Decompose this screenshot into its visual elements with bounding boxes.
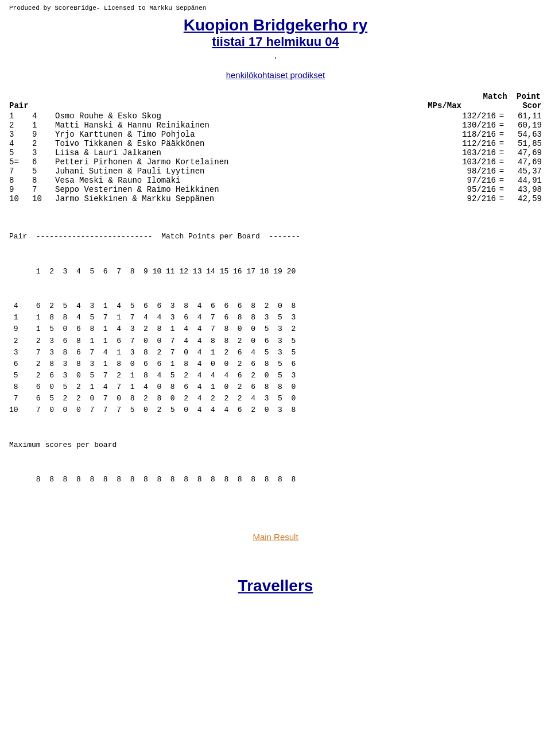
sub-title: tiistai 17 helmikuu 04 <box>9 34 542 49</box>
mps-cell: 97/216 <box>444 176 496 185</box>
pair-col-header: Pair <box>9 101 55 110</box>
produced-by-text: Produced by ScoreBridge- Licensed to Mar… <box>9 5 542 11</box>
eq-cell: = <box>496 185 507 194</box>
rank-cell: 5 <box>9 148 32 157</box>
main-result-link-container: Main Result <box>9 532 542 542</box>
board-row: 6 2 8 3 8 3 1 8 0 6 6 1 8 4 0 0 2 6 8 5 … <box>9 358 542 370</box>
result-row: 5=6Petteri Pirhonen & Jarmo Kortelainen1… <box>9 157 542 167</box>
eq-cell: = <box>496 139 507 148</box>
eq-cell: = <box>496 130 507 139</box>
mps-cell: 130/216 <box>444 121 496 130</box>
mps-cell: 95/216 <box>444 185 496 194</box>
eq-cell: = <box>496 121 507 130</box>
eq-cell: = <box>496 148 507 157</box>
score-cell: 54,63 <box>507 130 542 139</box>
rank-cell: 1 <box>9 111 32 121</box>
board-row: 3 7 3 8 6 7 4 1 3 8 2 7 0 4 1 2 6 4 5 3 … <box>9 347 542 358</box>
score-cell: 43,98 <box>507 185 542 194</box>
result-row: 21Matti Hanski & Hannu Reinikainen130/21… <box>9 121 542 130</box>
names-cell: Osmo Rouhe & Esko Skog <box>55 111 444 121</box>
result-row: 1010Jarmo Siekkinen & Markku Seppänen92/… <box>9 194 542 203</box>
result-row: 88Vesa Meski & Rauno Ilomäki97/216=44,91 <box>9 176 542 185</box>
pair-cell: 4 <box>32 111 55 121</box>
eq-cell: = <box>496 111 507 121</box>
pair-cell: 10 <box>32 194 55 203</box>
max-scores-row: 8 8 8 8 8 8 8 8 8 8 8 8 8 8 8 8 8 8 8 8 <box>9 474 542 485</box>
rank-cell: 9 <box>9 185 32 194</box>
score-cell: 42,59 <box>507 194 542 203</box>
result-row: 39Yrjo Karttunen & Timo Pohjola118/216=5… <box>9 130 542 139</box>
mps-cell: 132/216 <box>444 111 496 121</box>
eq-cell: = <box>496 157 507 167</box>
board-row: 8 6 0 5 2 1 4 7 1 4 0 8 6 4 1 0 2 6 8 8 … <box>9 381 542 393</box>
max-scores-label: Maximum scores per board <box>9 439 542 451</box>
travellers-title: Travellers <box>9 577 542 595</box>
pair-cell: 2 <box>32 139 55 148</box>
score-cell: 47,69 <box>507 148 542 157</box>
names-cell: Jarmo Siekkinen & Markku Seppänen <box>55 194 444 203</box>
mps-cell: 98/216 <box>444 167 496 176</box>
board-row: 9 1 5 0 6 8 1 4 3 2 8 1 4 4 7 8 0 0 5 3 … <box>9 323 542 335</box>
names-cell: Yrjo Karttunen & Timo Pohjola <box>55 130 444 139</box>
mps-cell: 103/216 <box>444 148 496 157</box>
pair-cell: 7 <box>32 185 55 194</box>
result-row: 53Liisa & Lauri Jalkanen103/216=47,69 <box>9 148 542 157</box>
rank-cell: 2 <box>9 121 32 130</box>
board-row: 2 2 3 6 8 1 1 6 7 0 0 7 4 4 8 8 2 0 6 3 … <box>9 335 542 347</box>
mps-cell: 92/216 <box>444 194 496 203</box>
mps-cell: 112/216 <box>444 139 496 148</box>
score-col-header: Scor <box>507 101 542 110</box>
result-row: 75Juhani Sutinen & Pauli Lyytinen98/216=… <box>9 167 542 176</box>
board-section-header: Pair -------------------------- Match Po… <box>9 231 542 242</box>
pair-cell: 1 <box>32 121 55 130</box>
eq-cell: = <box>496 176 507 185</box>
rank-cell: 8 <box>9 176 32 185</box>
names-cell: Liisa & Lauri Jalkanen <box>55 148 444 157</box>
pair-cell: 3 <box>32 148 55 157</box>
rank-cell: 3 <box>9 130 32 139</box>
names-cell: Vesa Meski & Rauno Ilomäki <box>55 176 444 185</box>
match-header: Match <box>186 92 507 101</box>
pair-cell: 5 <box>32 167 55 176</box>
result-row: 97Seppo Vesterinen & Raimo Heikkinen95/2… <box>9 185 542 194</box>
rank-cell: 7 <box>9 167 32 176</box>
board-row: 5 2 6 3 0 5 7 2 1 8 4 5 2 4 4 4 6 2 0 5 … <box>9 370 542 381</box>
main-title: Kuopion Bridgekerho ry <box>9 16 542 34</box>
score-cell: 51,85 <box>507 139 542 148</box>
names-cell: Toivo Tikkanen & Esko Pääkkönen <box>55 139 444 148</box>
pair-cell: 6 <box>32 157 55 167</box>
board-row: 4 6 2 5 4 3 1 4 5 6 6 3 8 4 6 6 6 8 2 0 … <box>9 300 542 312</box>
board-row: 1 1 8 8 4 5 7 1 7 4 4 3 6 4 7 6 8 8 3 5 … <box>9 312 542 323</box>
pair-cell: 8 <box>32 176 55 185</box>
personal-link-container: henkilökohtaiset prodikset <box>9 70 542 80</box>
personal-link[interactable]: henkilökohtaiset prodikset <box>226 70 325 80</box>
eq-cell: = <box>496 194 507 203</box>
names-cell: Seppo Vesterinen & Raimo Heikkinen <box>55 185 444 194</box>
result-row: 14Osmo Rouhe & Esko Skog132/216=61,11 <box>9 111 542 121</box>
board-row: 10 7 0 0 0 7 7 7 5 0 2 5 0 4 4 4 6 2 0 3… <box>9 404 542 416</box>
mps-cell: 103/216 <box>444 157 496 167</box>
rank-cell: 10 <box>9 194 32 203</box>
score-cell: 47,69 <box>507 157 542 167</box>
eq-cell: = <box>496 167 507 176</box>
rank-cell: 5= <box>9 157 32 167</box>
dot-separator: . <box>9 52 542 61</box>
mps-col-header: MPs/Max <box>55 101 507 110</box>
main-result-link[interactable]: Main Result <box>253 532 298 542</box>
board-row: 7 6 5 2 2 0 7 0 8 2 8 0 2 4 2 2 2 4 3 5 … <box>9 393 542 404</box>
pair-cell: 9 <box>32 130 55 139</box>
names-cell: Petteri Pirhonen & Jarmo Kortelainen <box>55 157 444 167</box>
score-cell: 61,11 <box>507 111 542 121</box>
names-cell: Juhani Sutinen & Pauli Lyytinen <box>55 167 444 176</box>
score-cell: 44,91 <box>507 176 542 185</box>
result-row: 42Toivo Tikkanen & Esko Pääkkönen112/216… <box>9 139 542 148</box>
rank-cell: 4 <box>9 139 32 148</box>
names-cell: Matti Hanski & Hannu Reinikainen <box>55 121 444 130</box>
score-cell: 45,37 <box>507 167 542 176</box>
score-cell: 60,19 <box>507 121 542 130</box>
mps-cell: 118/216 <box>444 130 496 139</box>
point-header: Point <box>512 92 541 101</box>
board-col-header: 1 2 3 4 5 6 7 8 9 10 11 12 13 14 15 16 1… <box>9 266 542 277</box>
